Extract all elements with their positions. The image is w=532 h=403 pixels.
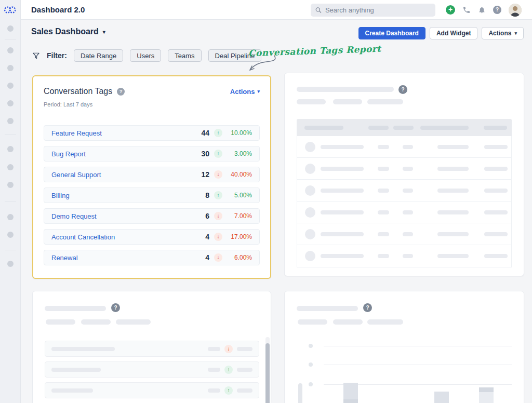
sidebar-nav-icon[interactable] — [7, 118, 14, 124]
sidebar-nav-icon[interactable] — [7, 83, 14, 89]
skeleton-pill — [51, 388, 93, 393]
skeleton-cell-pill — [378, 189, 389, 193]
help-icon[interactable]: ? — [493, 6, 501, 14]
skeleton-table-row — [297, 223, 511, 245]
tag-metrics: 4↓17.00% — [196, 233, 252, 241]
skeleton-pill — [298, 319, 327, 325]
tag-label[interactable]: Account Cancellation — [51, 233, 115, 241]
skeleton-cell-pill — [403, 145, 413, 149]
skeleton-avatar — [305, 251, 315, 261]
notifications-bell-icon[interactable] — [478, 6, 486, 14]
create-dashboard-button[interactable]: Create Dashboard — [358, 27, 425, 39]
tag-row[interactable]: General Support12↓40.00% — [44, 167, 260, 182]
sidebar-nav-icon[interactable] — [7, 232, 14, 238]
skeleton-cell-pill — [378, 145, 389, 149]
app-logo[interactable] — [0, 0, 21, 20]
tag-count: 30 — [196, 150, 209, 158]
trend-down-icon: ↓ — [214, 212, 222, 220]
skeleton-pill — [237, 388, 252, 393]
tag-row[interactable]: Account Cancellation4↓17.00% — [44, 229, 260, 245]
trend-down-icon: ↓ — [214, 253, 222, 262]
filter-button-date-range[interactable]: Date Range — [74, 49, 123, 62]
actions-button[interactable]: Actions ▾ — [482, 27, 524, 39]
tag-label[interactable]: General Support — [51, 171, 101, 179]
icon-sidebar — [0, 20, 21, 403]
tag-label[interactable]: Renewal — [51, 254, 78, 262]
tag-count: 4 — [196, 233, 209, 241]
skeleton-row-metrics: ↓ — [208, 345, 252, 353]
tag-metrics: 8↑5.00% — [196, 191, 252, 199]
skeleton-pill — [51, 368, 101, 372]
widget-actions-menu[interactable]: Actions ▾ — [230, 88, 260, 96]
widget-help-icon[interactable]: ? — [363, 303, 372, 312]
skeleton-pill — [208, 388, 220, 393]
sidebar-nav-icon[interactable] — [7, 65, 14, 71]
axis-tick-dot — [309, 362, 313, 367]
tag-count: 8 — [196, 191, 209, 199]
skeleton-pill — [208, 368, 220, 372]
quick-add-button[interactable]: + — [446, 5, 455, 15]
filter-buttons: Date RangeUsersTeamsDeal Pipeline — [74, 49, 261, 62]
skeleton-chart-widget: ? — [284, 291, 524, 403]
sidebar-nav-icon[interactable] — [7, 182, 14, 188]
skeleton-pill — [333, 319, 363, 325]
filter-button-users[interactable]: Users — [130, 49, 161, 62]
tag-label[interactable]: Bug Report — [51, 150, 86, 158]
sidebar-divider — [5, 250, 16, 250]
trend-down-icon: ↓ — [214, 233, 222, 241]
chart-gridline — [324, 365, 512, 365]
sidebar-nav-icon[interactable] — [7, 146, 14, 152]
sidebar-nav-icon[interactable] — [7, 47, 14, 53]
sidebar-nav-icon[interactable] — [7, 164, 14, 170]
tag-row[interactable]: Bug Report30↑3.00% — [44, 146, 260, 162]
sidebar-nav-icon[interactable] — [7, 25, 14, 32]
skeleton-pill — [81, 319, 111, 325]
tag-metrics: 30↑3.00% — [196, 150, 252, 158]
filter-funnel-icon — [32, 52, 40, 60]
skeleton-pill — [237, 368, 252, 372]
skeleton-table-row — [297, 202, 511, 223]
skeleton-cell-pill — [484, 232, 508, 236]
global-search[interactable] — [311, 4, 435, 17]
tag-count: 12 — [196, 170, 209, 179]
skeleton-table-widget: ? — [284, 73, 524, 276]
search-input[interactable] — [325, 6, 431, 14]
tag-row[interactable]: Billing8↑5.00% — [44, 187, 260, 203]
filter-button-teams[interactable]: Teams — [168, 49, 201, 62]
skeleton-pill — [51, 347, 115, 351]
sidebar-nav-icon[interactable] — [7, 261, 14, 267]
scrollbar-thumb[interactable] — [265, 343, 270, 403]
tag-change: 7.00% — [227, 212, 252, 220]
sidebar-nav-icon[interactable] — [7, 100, 14, 106]
trend-up-icon: ↑ — [224, 366, 233, 374]
trend-up-icon: ↑ — [224, 386, 233, 395]
skeleton-cell-pill — [484, 254, 508, 258]
skeleton-cell-pill — [437, 254, 469, 258]
widget-help-icon[interactable]: ? — [111, 303, 120, 312]
skeleton-cell-pill — [484, 145, 508, 149]
chevron-down-icon: ▾ — [514, 31, 517, 36]
tag-row[interactable]: Feature Request44↑10.00% — [44, 125, 260, 141]
widget-scrollbar — [265, 337, 270, 403]
axis-tick-dot — [309, 382, 313, 386]
tag-label[interactable]: Feature Request — [51, 129, 102, 137]
tag-row[interactable]: Demo Request6↓7.00% — [44, 208, 260, 224]
tag-label[interactable]: Billing — [51, 192, 70, 199]
annotation-arrow-icon — [243, 54, 282, 76]
skeleton-pill — [297, 99, 326, 104]
add-widget-button[interactable]: Add Widget — [430, 27, 478, 39]
widget-help-icon[interactable]: ? — [398, 85, 407, 94]
skeleton-cell-pill — [403, 254, 413, 258]
skeleton-list-row: ↓ — [45, 341, 259, 357]
skeleton-cell-pill — [321, 254, 364, 258]
tag-change: 6.00% — [227, 254, 252, 261]
sidebar-nav-icon[interactable] — [7, 214, 14, 220]
user-avatar[interactable] — [509, 4, 522, 17]
tag-row[interactable]: Renewal4↓6.00% — [44, 250, 260, 265]
phone-icon[interactable] — [462, 6, 471, 14]
dashboard-switcher[interactable]: Sales Dashboard ▾ — [31, 27, 105, 36]
widget-help-icon[interactable]: ? — [117, 88, 125, 96]
tag-label[interactable]: Demo Request — [51, 212, 97, 220]
tag-count: 4 — [196, 253, 209, 262]
chart-bar — [434, 392, 449, 403]
